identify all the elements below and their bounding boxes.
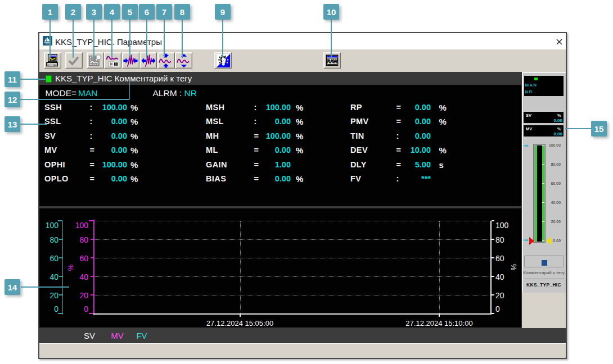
callout-line-8: [182, 20, 183, 58]
callout-line-7: [164, 20, 165, 58]
print-icon: [46, 54, 59, 67]
param-unit: %: [439, 117, 447, 126]
fp-divider: [524, 279, 564, 279]
param-name: PMV: [350, 117, 369, 126]
fp-tag-label: KKS_TYP_HIC: [523, 282, 565, 288]
mv-tick-label: 20: [69, 291, 88, 300]
checkmark-icon: [67, 54, 80, 67]
mv-axis-unit: %: [66, 265, 75, 271]
fv-axis-tick: [59, 276, 62, 277]
fv-tick-label: 100: [39, 221, 58, 230]
param-name: OPLO: [44, 174, 69, 183]
param-value: 0.00: [380, 117, 431, 126]
fv-tick-label: 60: [39, 254, 58, 263]
param-unit: %: [130, 131, 138, 141]
fp-alarm-value: NR: [525, 89, 533, 94]
close-button[interactable]: [554, 37, 564, 47]
param-unit: %: [130, 160, 138, 170]
callout-line-10: [331, 20, 332, 58]
param-value: 0.00: [76, 131, 127, 140]
time-axis-tick: [240, 315, 241, 317]
mv-tick-label: 100: [69, 221, 88, 230]
gridline-horizontal: [94, 221, 490, 221]
param-name: MSH: [206, 103, 224, 112]
trend-panel: [39, 208, 521, 327]
fp-bar-center: [537, 145, 542, 242]
fp-scale-label: 80.00: [547, 162, 561, 167]
legend-mv[interactable]: MV: [111, 331, 124, 340]
compress-value-button[interactable]: [157, 52, 175, 69]
compress-value-icon: [159, 53, 173, 68]
print-button[interactable]: [44, 52, 61, 69]
fv-tick-label: 80: [39, 235, 58, 244]
callout-2: 2: [65, 4, 81, 20]
title-bar[interactable]: KKS_TYP_HIC. Параметры: [39, 33, 566, 49]
gridline-horizontal: [94, 258, 490, 258]
raw-data-button[interactable]: RAW: [323, 52, 341, 69]
param-value: 100.00: [76, 103, 127, 112]
legend-sv[interactable]: SV: [84, 331, 95, 340]
param-name: GAIN: [206, 160, 227, 169]
callout-1: 1: [42, 4, 58, 20]
time-label: 27.12.2024 15:05:00: [206, 319, 273, 327]
fp-bar-tick: [542, 202, 544, 203]
fp-status-indicator: [534, 78, 538, 81]
param-name: OPHI: [44, 160, 65, 169]
param-unit: %: [439, 145, 447, 155]
legend-fv[interactable]: FV: [136, 331, 147, 340]
alrm-value: NR: [184, 88, 196, 98]
callout-13: 13: [4, 116, 20, 132]
tag-status-indicator: [46, 75, 52, 83]
param-name: SV: [44, 131, 56, 140]
expand-time-icon: [141, 53, 156, 68]
fv-tick-label: 0: [39, 304, 58, 313]
fp-bar-tick: [542, 164, 544, 165]
fv-tick-label: 40: [39, 272, 58, 281]
svg-text:RAW: RAW: [327, 58, 337, 64]
run-pause-button[interactable]: [104, 52, 121, 69]
fp-marker-top: [524, 144, 529, 147]
confirm-button[interactable]: [65, 52, 83, 69]
sv-tick-label: 100: [495, 221, 515, 230]
compress-time-button[interactable]: [122, 52, 139, 69]
callout-14: 14: [4, 279, 20, 295]
compress-time-icon: [123, 53, 138, 68]
callout-15: 15: [591, 121, 607, 136]
toolbar: RAW: [39, 49, 566, 72]
expand-value-button[interactable]: [175, 52, 192, 69]
callout-10: 10: [323, 4, 339, 20]
param-name: MV: [44, 145, 57, 154]
callout-9: 9: [215, 4, 231, 20]
param-value: 10.00: [380, 145, 431, 154]
fv-axis-tick: [59, 257, 62, 258]
tag-header-strip: KKS_TYP_HIC Комментарий к тегу: [39, 72, 521, 85]
callout-line-3: [93, 20, 94, 58]
param-name: SSH: [44, 103, 62, 112]
callout-3: 3: [86, 4, 102, 20]
mv-tick-label: 80: [69, 235, 88, 244]
sv-axis-tick: [492, 313, 495, 314]
mode-row: MODE=MAN: [46, 88, 98, 98]
mv-axis-tick: [89, 313, 93, 314]
fv-axis-tick: [59, 239, 62, 240]
parameters-window: KKS_TYP_HIC. Параметры: [38, 32, 567, 359]
fp-scale-label: 60.00: [547, 181, 561, 186]
param-unit: s: [439, 160, 444, 170]
fp-blue-square: [542, 260, 547, 266]
param-name: BIAS: [206, 174, 226, 183]
param-value: 0.00: [380, 131, 431, 140]
snapshot-button[interactable]: [87, 52, 104, 69]
sv-axis-tick: [492, 257, 495, 258]
fp-mv-pointer: [529, 237, 534, 245]
callout-line-14: [21, 286, 69, 288]
tag-header-text: KKS_TYP_HIC Комментарий к тегу: [55, 74, 192, 83]
callout-line-9: [222, 20, 223, 58]
param-unit: %: [296, 131, 303, 141]
callout-line-5: [129, 20, 130, 58]
sv-axis-line: [490, 221, 492, 315]
callout-line-15: [565, 128, 591, 129]
param-value: 0.00: [76, 145, 127, 154]
param-value: 0.00: [380, 103, 431, 112]
expand-time-button[interactable]: [139, 52, 157, 69]
time-label: 27.12.2024 15:10:00: [405, 319, 472, 327]
